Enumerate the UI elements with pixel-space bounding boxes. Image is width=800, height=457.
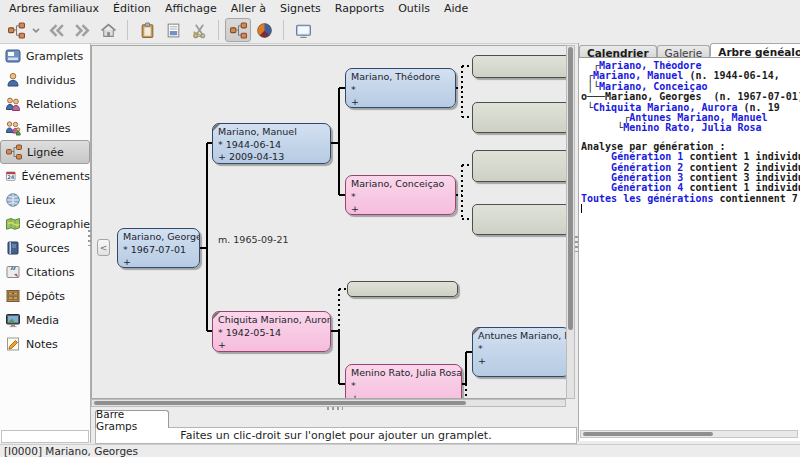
sidebar-item-lieux[interactable]: Lieux — [0, 188, 90, 212]
familles-icon — [5, 120, 21, 136]
person-box-mariano-conceicao[interactable]: Mariano, Conceiçao*+ — [345, 175, 456, 215]
person-name: Mariano, Conceiçao — [351, 178, 455, 191]
empty-ancestor-box[interactable] — [472, 150, 567, 182]
menu-edition[interactable]: Édition — [106, 1, 158, 16]
open-fullscreen-button[interactable] — [290, 18, 316, 42]
tab-galerie[interactable]: Galerie — [657, 45, 711, 57]
person-box-menino-rato-julia-rosa[interactable]: Menino Rato, Julia Rosa*+ — [345, 364, 462, 399]
sidebar-item-relations[interactable]: Relations — [0, 92, 90, 116]
expander-fold-icon[interactable] — [473, 328, 480, 335]
sidebar-item-label: Gramplets — [26, 50, 83, 63]
empty-ancestor-box[interactable] — [472, 55, 567, 78]
person-death: + — [351, 96, 455, 108]
person-box-antunes-mariano-manuel[interactable]: Antunes Mariano, Manuel*+ — [472, 327, 567, 377]
person-name: Menino Rato, Julia Rosa — [351, 367, 461, 380]
person-link[interactable]: Chiquita Mariano, Aurora — [593, 102, 738, 113]
sidebar-item-label: Citations — [26, 266, 75, 279]
pedigree-icon — [8, 22, 25, 39]
panel-splitter-handle[interactable] — [575, 236, 578, 252]
sidebar-item-depots[interactable]: Dépôts — [0, 284, 90, 308]
tree-text: ┌ — [581, 70, 593, 81]
sidebar-item-media[interactable]: Media — [0, 308, 90, 332]
person-name: Mariano, Manuel — [218, 126, 330, 139]
person-birth: * 1942-05-14 — [218, 327, 330, 340]
sidebar-item-evenements[interactable]: 24Événements — [0, 164, 90, 188]
sidebar-item-gramplets[interactable]: Gramplets — [0, 44, 90, 68]
sidebar-item-geographie[interactable]: Géographie — [0, 212, 90, 236]
menu-rapports[interactable]: Rapports — [328, 1, 391, 16]
tree-text: └ — [581, 122, 623, 133]
toolbar-separator — [127, 20, 128, 40]
reports-button[interactable] — [160, 18, 186, 42]
tools-button[interactable] — [186, 18, 212, 42]
menu-aide[interactable]: Aide — [437, 1, 475, 16]
person-link[interactable]: Mariano, Conceiçao — [599, 81, 707, 92]
empty-ancestor-box[interactable] — [472, 204, 567, 235]
person-link[interactable]: Génération 3 — [611, 172, 683, 183]
person-name: Chiquita Mariano, Aurora — [218, 314, 330, 327]
sidebar-item-label: Géographie — [26, 218, 90, 231]
expander-fold-icon[interactable] — [213, 124, 220, 131]
empty-ancestor-box[interactable] — [347, 281, 458, 297]
tree-text: o───Mariano, Georges (n. 1967-07-01) — [581, 91, 800, 102]
tab-calendrier[interactable]: Calendrier — [579, 45, 657, 57]
person-link[interactable]: Toutes les générations — [581, 193, 713, 204]
panel-horizontal-scrollbar-thumb[interactable] — [583, 432, 713, 436]
fan-chart-view-button[interactable] — [251, 18, 277, 42]
empty-ancestor-box[interactable] — [472, 102, 567, 133]
chart-horizontal-scrollbar[interactable] — [91, 399, 566, 407]
chart-horizontal-scrollbar-thumb[interactable] — [94, 401, 466, 405]
person-link[interactable]: Génération 2 — [611, 162, 683, 173]
tree-text: contient 1 individu — [683, 151, 800, 162]
sidebar-bottom-panel — [1, 430, 89, 443]
tree-text: (n. 1944-06-14, — [683, 70, 779, 81]
person-link[interactable]: Menino Rato, Julia Rosa — [623, 122, 761, 133]
panel-horizontal-scrollbar[interactable] — [580, 430, 798, 438]
svg-text:24: 24 — [7, 174, 15, 180]
pedigree-view-button[interactable] — [225, 18, 251, 42]
gramps-bar-tab[interactable]: Barre Gramps — [95, 410, 169, 428]
gramplet-text-line: Toutes les générations contiennent 7 i — [581, 194, 800, 204]
person-link[interactable]: Génération 4 — [611, 182, 683, 193]
active-person-status: [I0000] Mariano, Georges — [4, 445, 138, 457]
previous-generation-button[interactable]: < — [97, 239, 110, 256]
sidebar-item-familles[interactable]: Familles — [0, 116, 90, 140]
person-birth: * 1944-06-14 — [218, 139, 330, 152]
menu-arbres-familiaux[interactable]: Arbres familiaux — [2, 1, 106, 16]
person-link[interactable]: Génération 1 — [611, 151, 683, 162]
person-box-chiquita-mariano-aurora[interactable]: Chiquita Mariano, Aurora* 1942-05-14+ — [212, 311, 331, 352]
clipboard-button[interactable] — [134, 18, 160, 42]
tab-arbre-genealogique[interactable]: Arbre généalogique — [710, 43, 800, 57]
expander-fold-icon[interactable] — [213, 312, 220, 319]
chart-vertical-scrollbar[interactable] — [566, 45, 575, 399]
menu-outils[interactable]: Outils — [391, 1, 437, 16]
home-button[interactable] — [95, 18, 121, 42]
person-box-mariano-theodore[interactable]: Mariano, Théodore*+ — [345, 68, 456, 108]
sidebar-item-lignee[interactable]: Lignée — [0, 140, 90, 164]
chart-vertical-scrollbar-thumb[interactable] — [568, 47, 573, 330]
tree-text — [581, 182, 611, 193]
forward-button[interactable] — [69, 18, 95, 42]
person-link[interactable]: Mariano, Manuel — [593, 70, 683, 81]
back-button[interactable] — [43, 18, 69, 42]
menu-affichage[interactable]: Affichage — [158, 1, 224, 16]
person-box-mariano-manuel[interactable]: Mariano, Manuel* 1944-06-14+ 2009-04-13 — [212, 123, 331, 164]
view-select-arrow-button[interactable] — [29, 18, 43, 42]
sidebar-item-individus[interactable]: Individus — [0, 68, 90, 92]
sidebar-item-citations[interactable]: “Citations — [0, 260, 90, 284]
bottombar-splitter-handle[interactable] — [327, 407, 343, 410]
media-icon — [5, 312, 21, 328]
sidebar-item-label: Relations — [26, 98, 77, 111]
tree-text — [581, 162, 611, 173]
menu-aller-a[interactable]: Aller à — [224, 1, 273, 16]
sidebar-item-sources[interactable]: Sources — [0, 236, 90, 260]
svg-text:“: “ — [10, 265, 16, 278]
menu-signets[interactable]: Signets — [273, 1, 328, 16]
view-select-button[interactable] — [3, 18, 29, 42]
arrow-left-icon — [48, 22, 65, 39]
text-caret-line — [581, 204, 800, 215]
lignee-icon — [6, 144, 22, 160]
sidebar-item-notes[interactable]: Notes — [0, 332, 90, 356]
person-box-mariano-georges[interactable]: Mariano, Georges* 1967-07-01+ — [117, 228, 200, 268]
statusbar: [I0000] Mariano, Georges — [0, 444, 800, 457]
